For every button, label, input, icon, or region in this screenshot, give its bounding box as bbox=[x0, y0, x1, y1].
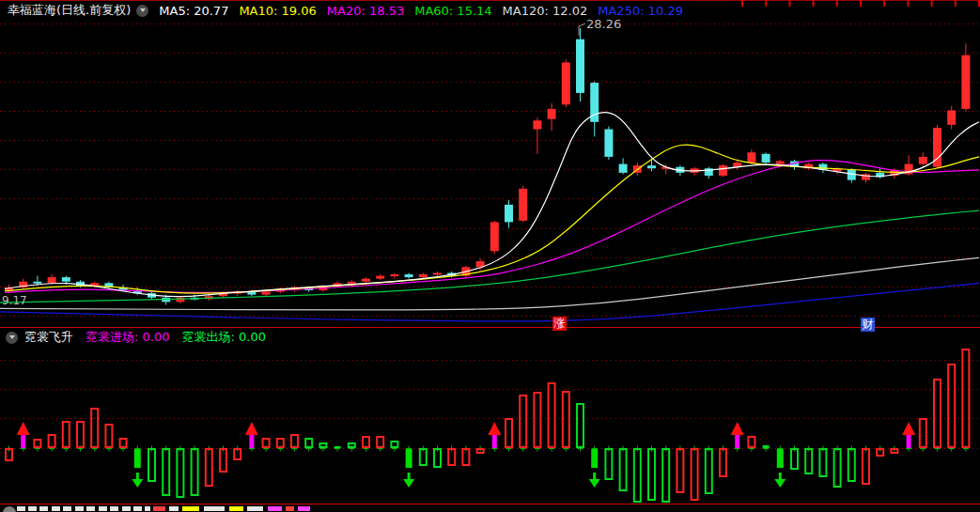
ind-item-1: 霓裳出场: 0.00 bbox=[181, 329, 265, 346]
indicator-exit-value: 0.00 bbox=[239, 330, 266, 344]
ma-item-0: MA5: 20.77 bbox=[159, 4, 228, 18]
indicator-header: 霓裳飞升 霓裳进场: 0.00 霓裳出场: 0.00 bbox=[0, 329, 980, 346]
collapse-chevron-icon[interactable] bbox=[136, 5, 148, 17]
trading-app-window: 幸福蓝海(日线.前复权) MA5: 20.77 MA10: 19.06 MA20… bbox=[0, 0, 980, 512]
ma120-label: MA120: bbox=[503, 4, 549, 18]
chart-canvas[interactable] bbox=[0, 0, 980, 512]
ma10-value: 19.06 bbox=[282, 4, 317, 18]
main-chart-header: 幸福蓝海(日线.前复权) MA5: 20.77 MA10: 19.06 MA20… bbox=[0, 0, 980, 21]
ma5-value: 20.77 bbox=[194, 4, 228, 18]
ma20-value: 18.53 bbox=[369, 4, 404, 18]
ma-item-4: MA120: 12.02 bbox=[503, 4, 588, 18]
ma5-label: MA5: bbox=[159, 4, 190, 18]
indicator-collapse-icon[interactable] bbox=[6, 332, 18, 344]
ma-item-5: MA250: 10.29 bbox=[598, 4, 683, 18]
ma20-label: MA20: bbox=[327, 4, 366, 18]
ma-item-2: MA20: 18.53 bbox=[327, 4, 404, 18]
ma250-label: MA250: bbox=[598, 4, 644, 18]
ma-item-1: MA10: 19.06 bbox=[239, 4, 316, 18]
indicator-entry-label: 霓裳进场: bbox=[86, 330, 138, 344]
chevron-down-icon bbox=[9, 335, 15, 339]
stock-title: 幸福蓝海(日线.前复权) bbox=[8, 2, 131, 19]
ma-item-3: MA60: 15.14 bbox=[414, 4, 491, 18]
ma120-value: 12.02 bbox=[552, 4, 587, 18]
bottom-panel-header-clipped[interactable] bbox=[0, 504, 980, 512]
ma60-label: MA60: bbox=[414, 4, 453, 18]
low-price-annotation: 9.17 bbox=[2, 294, 27, 307]
indicator-entry-value: 0.00 bbox=[143, 330, 170, 344]
ma10-label: MA10: bbox=[239, 4, 277, 18]
event-badge-cai[interactable]: 财 bbox=[861, 318, 875, 332]
ma60-value: 15.14 bbox=[457, 4, 491, 18]
ma250-value: 10.29 bbox=[648, 4, 683, 18]
high-price-annotation: 28.26 bbox=[586, 17, 621, 31]
indicator-name: 霓裳飞升 bbox=[24, 329, 73, 346]
event-badge-zhang[interactable]: 涨 bbox=[552, 317, 567, 331]
chevron-down-icon bbox=[140, 8, 146, 12]
ind-item-0: 霓裳进场: 0.00 bbox=[86, 329, 169, 346]
indicator-exit-label: 霓裳出场: bbox=[181, 330, 234, 344]
